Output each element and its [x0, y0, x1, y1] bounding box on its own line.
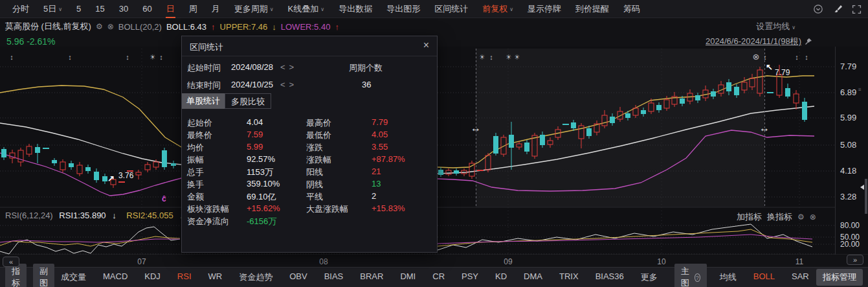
stat-label: 大盘涨跌幅 — [306, 203, 348, 215]
toolbar-item-更多周期[interactable]: 更多周期∨ — [227, 0, 281, 18]
scrollbar-thumb[interactable] — [865, 179, 867, 214]
start-time-steppers[interactable]: <> — [280, 62, 298, 72]
indicator-item-TRIX[interactable]: TRIX — [559, 271, 579, 283]
rsi-pane-controls: 加指标 换指标 ⚙ ⊗ — [737, 211, 816, 223]
toolbar-item-日[interactable]: 日 — [159, 0, 182, 18]
selection-resize-handle[interactable]: ↔ — [759, 122, 770, 134]
scroll-left-button[interactable]: « — [3, 257, 19, 267]
indicator-item-资金趋势[interactable]: 资金趋势 — [239, 271, 273, 283]
toolbar-item-分时[interactable]: 分时 — [5, 0, 36, 18]
switch-indicator-button[interactable]: 换指标 — [767, 211, 792, 223]
axis-grip-icon[interactable]: ≡ — [858, 87, 862, 93]
expand-icon[interactable] — [852, 5, 862, 14]
rsi-params[interactable]: RSI(6,12,24) — [5, 211, 53, 220]
event-marker-icon[interactable]: ↕ — [159, 53, 163, 61]
event-marker-icon[interactable]: ↕ — [10, 53, 14, 61]
event-marker-icon[interactable]: ☀ — [506, 53, 512, 62]
start-time-value[interactable]: 2024/08/28 — [231, 62, 273, 72]
indicator-item-PSY[interactable]: PSY — [462, 271, 478, 283]
toolbar-item-月[interactable]: 月 — [205, 0, 227, 18]
tab-multi-stock-compare[interactable]: 多股比较 — [225, 93, 271, 109]
event-marker-icon[interactable]: ↕ — [795, 53, 799, 61]
indicator-item-KDJ[interactable]: KDJ — [144, 271, 161, 283]
gear-icon[interactable]: ⚙ — [96, 22, 103, 31]
toolbar-item-周[interactable]: 周 — [182, 0, 205, 18]
stat-label: 起始价 — [187, 117, 212, 129]
bottom-toolbar: 指标副图 成交量MACDKDJRSIWR资金趋势OBVBIASBRARDMICR… — [0, 267, 868, 287]
stat-value: 13 — [372, 179, 381, 189]
main-indicator-item-SAR[interactable]: SAR — [792, 271, 809, 283]
toolbar-item-5日[interactable]: 5日∨ — [36, 0, 69, 18]
indicator-item-DMA[interactable]: DMA — [524, 271, 542, 283]
event-marker-icon[interactable]: ⊗ — [753, 52, 760, 62]
close-indicator-icon[interactable]: ⊗ — [107, 22, 114, 31]
indicator-item-MACD[interactable]: MACD — [103, 271, 128, 283]
close-icon[interactable]: × — [423, 40, 429, 51]
toolbar-item-区间统计[interactable]: 区间统计 — [427, 0, 475, 18]
pane-button-指标[interactable]: 指标 — [5, 264, 27, 287]
pane-button-副图[interactable]: 副图 — [33, 264, 54, 287]
event-marker-icon[interactable]: ☀ — [514, 53, 520, 62]
event-marker-icon[interactable]: ↕ — [489, 53, 493, 61]
stat-value: 2 — [372, 191, 376, 201]
dialog-title: 区间统计 — [190, 41, 223, 53]
ma-settings-menu[interactable]: 设置均线∨ — [756, 21, 796, 32]
toolbar-item-30[interactable]: 30 — [112, 0, 135, 18]
clock-dropdown-icon[interactable] — [813, 4, 823, 14]
indicator-item-RSI[interactable]: RSI — [177, 271, 192, 283]
event-marker-icon[interactable]: ↕ — [763, 53, 767, 61]
axis-border — [835, 47, 836, 255]
toolbar-item-导出图形[interactable]: 导出图形 — [379, 0, 427, 18]
date-axis-label: 09 — [504, 257, 512, 266]
scroll-right-button[interactable]: » — [847, 255, 863, 265]
indicator-item-BIAS36[interactable]: BIAS36 — [595, 271, 624, 283]
end-time-value[interactable]: 2024/10/25 — [231, 80, 273, 89]
main-chart-button[interactable]: 主图 ? — [674, 264, 707, 287]
gear-icon[interactable]: ⚙ — [797, 212, 805, 222]
close-pane-icon[interactable]: ⊗ — [810, 212, 816, 222]
indicator-item-DMI[interactable]: DMI — [400, 271, 416, 283]
event-marker-icon[interactable]: ↕ — [805, 53, 808, 61]
toolbar-item-到价提醒[interactable]: 到价提醒 — [568, 0, 616, 18]
tab-single-stock-stats[interactable]: 单股统计 — [182, 93, 225, 109]
brush-icon[interactable] — [832, 4, 843, 14]
toolbar-item-显示停牌[interactable]: 显示停牌 — [520, 0, 568, 18]
event-marker-icon[interactable]: ↕ — [68, 53, 72, 61]
toolbar-item-导出数据[interactable]: 导出数据 — [331, 0, 379, 18]
indicator-name[interactable]: BOLL(20,2) — [118, 22, 162, 32]
help-icon[interactable]: ? — [695, 273, 700, 282]
selection-resize-handle[interactable]: ↔ — [471, 122, 481, 134]
event-marker-icon[interactable]: ↕ — [126, 53, 129, 61]
pin-icon[interactable] — [805, 38, 812, 45]
indicator-manage-button[interactable]: 指标管理 — [816, 269, 863, 286]
toolbar-item-前复权[interactable]: 前复权∨ — [475, 0, 520, 18]
indicator-item-BRAR[interactable]: BRAR — [360, 271, 383, 283]
toolbar-item-60[interactable]: 60 — [135, 0, 159, 18]
chevron-down-icon: ∨ — [270, 6, 274, 12]
current-quote: 5.96 -2.61% — [6, 36, 56, 47]
price-axis-label: 5.08 — [840, 140, 856, 150]
range-label[interactable]: 2024/6/6-2024/11/1(98根) — [706, 36, 812, 47]
toolbar-item-15[interactable]: 15 — [88, 0, 111, 18]
axis-marker-triangle — [860, 185, 864, 190]
event-marker-icon[interactable]: ☀ — [150, 53, 156, 62]
end-time-steppers[interactable]: <> — [280, 80, 298, 89]
indicator-item-KD[interactable]: KD — [495, 271, 507, 283]
toolbar-item-5[interactable]: 5 — [69, 0, 88, 18]
stat-value: 92.57% — [247, 154, 275, 164]
add-indicator-button[interactable]: 加指标 — [737, 211, 762, 223]
stat-value: +15.62% — [247, 203, 280, 213]
main-indicator-item-均线[interactable]: 均线 — [720, 271, 737, 283]
indicator-item-更多[interactable]: 更多 — [641, 271, 658, 283]
indicator-item-成交量[interactable]: 成交量 — [61, 271, 86, 283]
event-marker-icon[interactable]: ☀ — [479, 53, 485, 62]
rsi-axis-label: 80.00 — [840, 221, 860, 230]
indicator-item-CR[interactable]: CR — [432, 271, 445, 283]
toolbar-item-筹码[interactable]: 筹码 — [616, 0, 647, 18]
toolbar-item-K线叠加[interactable]: K线叠加∨ — [281, 0, 332, 18]
date-axis-label: 10 — [657, 257, 665, 266]
indicator-item-BIAS[interactable]: BIAS — [324, 271, 344, 283]
indicator-item-OBV[interactable]: OBV — [289, 271, 307, 283]
indicator-item-WR[interactable]: WR — [208, 271, 223, 283]
main-indicator-item-BOLL[interactable]: BOLL — [753, 271, 775, 283]
